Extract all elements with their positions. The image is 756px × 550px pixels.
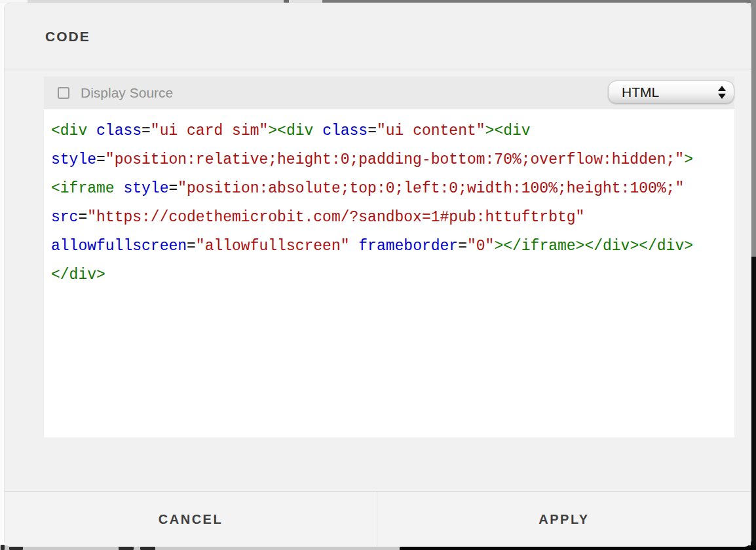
display-source-checkbox[interactable] <box>58 87 69 99</box>
code-line: src="https://codethemicrobit.com/?sandbo… <box>51 203 727 232</box>
language-select-value: HTML <box>622 81 659 103</box>
modal-header: CODE <box>5 3 751 69</box>
modal-footer: CANCEL APPLY <box>5 491 751 547</box>
modal-title: CODE <box>45 3 90 69</box>
code-area[interactable]: <div class="ui card sim"><div class="ui … <box>44 109 734 437</box>
underlying-text-fragment <box>9 547 23 550</box>
editor-toolbar: Display Source HTML <box>44 77 734 109</box>
screen: CODE Display Source HTML <div class="ui … <box>0 0 756 550</box>
code-line: </div> <box>51 261 727 289</box>
language-select[interactable]: HTML <box>608 81 734 103</box>
apply-button[interactable]: APPLY <box>377 492 751 547</box>
code-line: allowfullscreen="allowfullscreen" frameb… <box>51 232 727 261</box>
code-line: <iframe style="position:absolute;top:0;l… <box>51 174 727 203</box>
code-line: style="position:relative;height:0;paddin… <box>51 145 727 174</box>
underlying-page-right-edge <box>751 0 756 257</box>
code-line: <div class="ui card sim"><div class="ui … <box>51 117 727 145</box>
code-modal: CODE Display Source HTML <div class="ui … <box>4 3 751 546</box>
select-arrows-icon <box>717 85 725 100</box>
display-source-label[interactable]: Display Source <box>81 77 173 109</box>
cancel-button[interactable]: CANCEL <box>5 492 377 547</box>
underlying-page-right-edge <box>751 257 756 550</box>
underlying-text-fragment <box>140 547 155 550</box>
